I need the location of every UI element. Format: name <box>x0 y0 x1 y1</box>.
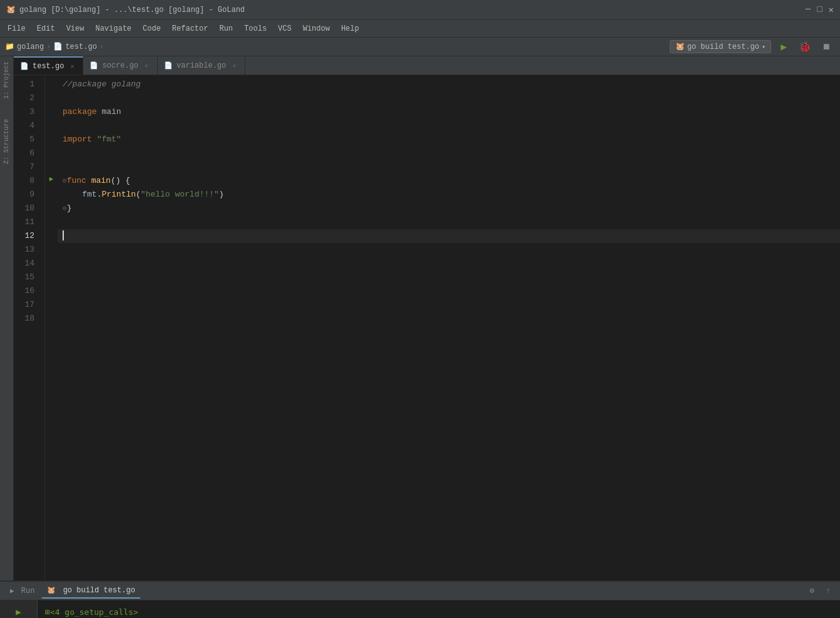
terminal-output: ⊞<4 go_setup_calls> hello world!!! Proce… <box>38 600 840 618</box>
sidebar-tab-project[interactable]: 1: Project <box>2 59 11 101</box>
line-num-5: 5 <box>14 133 39 147</box>
line-numbers: 1 2 3 4 5 6 7 8 9 10 11 12 13 14 15 16 1… <box>14 75 45 580</box>
breadcrumb-file[interactable]: test.go <box>65 43 96 51</box>
app-icon: 🐹 <box>6 5 16 14</box>
line-num-6: 6 <box>14 147 39 160</box>
menu-refactor[interactable]: Refactor <box>167 23 213 35</box>
line-num-1: 1 <box>14 78 39 91</box>
breadcrumb-sep1: › <box>46 43 51 51</box>
code-line-4 <box>58 119 840 133</box>
run-config-icon: 🐹 <box>675 42 685 51</box>
breadcrumb-sep2: › <box>100 43 104 51</box>
sidebar-tab-structure[interactable]: Z: Structure <box>2 116 11 167</box>
gutter-row-12 <box>45 227 58 240</box>
tab-label-variable-go: variable.go <box>177 61 226 70</box>
menu-window[interactable]: Window <box>298 23 335 35</box>
menu-edit[interactable]: Edit <box>32 23 60 35</box>
gutter-row-2 <box>45 89 58 103</box>
tab-bar: 📄 test.go ✕ 📄 socre.go ✕ 📄 variable.go ✕ <box>14 56 840 75</box>
breadcrumb: 📁 golang › 📄 test.go › <box>5 42 666 51</box>
gutter-row-6 <box>45 144 58 158</box>
bottom-tab-run[interactable]: ▶ Run <box>5 584 39 598</box>
gutter-row-8[interactable]: ▶ <box>45 172 58 185</box>
line-num-15: 15 <box>14 270 39 284</box>
gutter-row-9 <box>45 185 58 199</box>
line-num-16: 16 <box>14 284 39 298</box>
bottom-panel: ▶ Run 🐹 go build test.go ⚙ ↑ ▶ ▲ ▼ ■ ≡ ⏎… <box>0 580 840 618</box>
tab-socre-go[interactable]: 📄 socre.go ✕ <box>83 56 158 75</box>
close-button[interactable]: ✕ <box>829 4 834 15</box>
gutter-row-18 <box>45 309 58 323</box>
gutter-row-17 <box>45 296 58 309</box>
run-again-button[interactable]: ▶ <box>10 604 28 618</box>
menu-navigate[interactable]: Navigate <box>90 23 136 35</box>
build-tab-icon: 🐹 <box>47 587 56 594</box>
line-num-2: 2 <box>14 91 39 105</box>
run-button[interactable]: ▶ <box>775 39 792 54</box>
code-line-10: ⊖} <box>58 202 840 215</box>
bottom-tab-bar: ▶ Run 🐹 go build test.go ⚙ ↑ <box>0 582 840 600</box>
breadcrumb-file-icon: 📄 <box>53 42 63 51</box>
bottom-tab-run-label: Run <box>21 587 35 595</box>
bottom-actions: ⚙ ↑ <box>805 584 835 598</box>
tab-label-socre-go: socre.go <box>102 61 138 70</box>
breadcrumb-project-icon: 📁 <box>5 42 14 51</box>
gutter-row-3 <box>45 103 58 116</box>
gutter-row-4 <box>45 116 58 130</box>
menu-run[interactable]: Run <box>214 23 238 35</box>
run-config-selector[interactable]: 🐹 go build test.go ▾ <box>670 40 771 53</box>
minimize-button[interactable]: ─ <box>806 4 811 15</box>
code-line-11 <box>58 215 840 229</box>
main-layout: 1: Project Z: Structure 📄 test.go ✕ 📄 so… <box>0 56 840 580</box>
code-line-17 <box>58 298 840 312</box>
code-line-6 <box>58 147 840 160</box>
line-num-12: 12 <box>14 229 39 243</box>
tab-variable-go[interactable]: 📄 variable.go ✕ <box>158 56 245 75</box>
line-num-7: 7 <box>14 160 39 174</box>
stop-button[interactable]: ⏹ <box>817 39 835 54</box>
line-num-18: 18 <box>14 312 39 326</box>
maximize-button[interactable]: □ <box>817 4 822 15</box>
tab-close-variable-go[interactable]: ✕ <box>230 61 238 70</box>
editor-area: 📄 test.go ✕ 📄 socre.go ✕ 📄 variable.go ✕… <box>14 56 840 580</box>
bottom-tab-build[interactable]: 🐹 go build test.go <box>42 584 140 599</box>
toolbar-actions: 🐹 go build test.go ▾ ▶ 🐞 ⏹ <box>670 39 835 54</box>
toolbar: 📁 golang › 📄 test.go › 🐹 go build test.g… <box>0 38 840 56</box>
menu-view[interactable]: View <box>61 23 90 35</box>
window-title: golang [D:\golang] - ...\test.go [golang… <box>19 6 245 14</box>
bottom-content: ▶ ▲ ▼ ■ ≡ ⏎ 🖨 🗑 ✕ 📌 ? ⊞<4 go_setup_calls… <box>0 600 840 618</box>
menu-tools[interactable]: Tools <box>239 23 272 35</box>
line-num-17: 17 <box>14 298 39 312</box>
code-line-5: import "fmt" <box>58 133 840 147</box>
code-editor[interactable]: 1 2 3 4 5 6 7 8 9 10 11 12 13 14 15 16 1… <box>14 75 840 580</box>
gutter-row-10 <box>45 199 58 213</box>
run-tab-icon: ▶ <box>10 587 14 595</box>
gutter-row-5 <box>45 130 58 144</box>
bottom-tab-build-label: go build test.go <box>63 586 135 595</box>
terminal-setup-text: ⊞<4 go_setup_calls> <box>45 607 138 617</box>
code-line-8: ⊖func main() { <box>58 174 840 188</box>
gutter-row-16 <box>45 282 58 296</box>
gutter-row-15 <box>45 268 58 282</box>
gutter: ▶ <box>45 75 58 580</box>
code-line-3: package main <box>58 105 840 119</box>
tab-test-go[interactable]: 📄 test.go ✕ <box>14 56 83 75</box>
tab-icon-socre-go: 📄 <box>90 61 98 70</box>
line-num-4: 4 <box>14 119 39 133</box>
debug-button[interactable]: 🐞 <box>796 39 814 54</box>
menu-vcs[interactable]: VCS <box>273 23 297 35</box>
tab-close-test-go[interactable]: ✕ <box>68 62 76 71</box>
terminal-setup-line: ⊞<4 go_setup_calls> <box>45 606 832 618</box>
menu-code[interactable]: Code <box>138 23 166 35</box>
breadcrumb-project[interactable]: golang <box>17 43 44 51</box>
code-line-7 <box>58 160 840 174</box>
line-num-14: 14 <box>14 257 39 270</box>
code-content[interactable]: //package golang package main import "fm… <box>58 75 840 580</box>
gutter-row-1 <box>45 75 58 89</box>
menu-file[interactable]: File <box>3 23 31 35</box>
line-num-13: 13 <box>14 243 39 257</box>
expand-button[interactable]: ↑ <box>821 584 835 598</box>
menu-help[interactable]: Help <box>336 23 364 35</box>
settings-button[interactable]: ⚙ <box>805 584 819 598</box>
tab-close-socre-go[interactable]: ✕ <box>142 61 151 70</box>
